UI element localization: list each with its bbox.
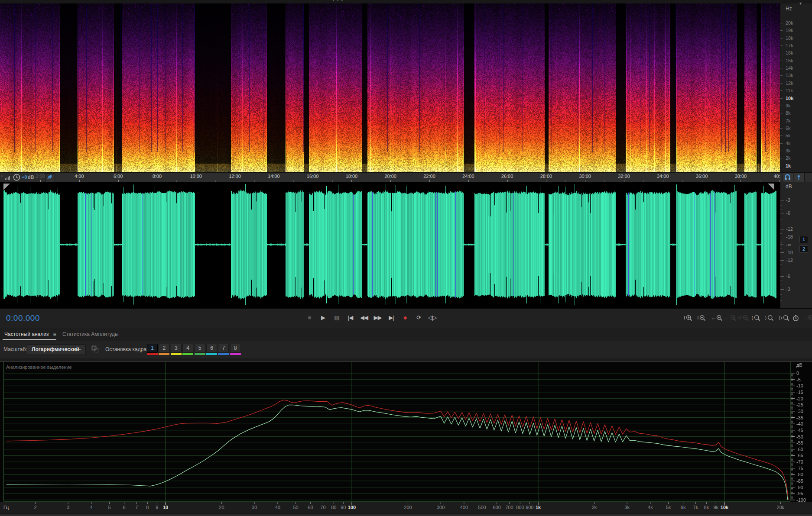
transport-bar: 0:00.000 ■▶▮▮|◀◀◀▶▶▶|●⟳◁|▷ ⅠⅠ↔↔↺⟨⟩⟨⟩Ⅰ [0, 308, 812, 329]
zoom-to-out-point-button[interactable]: ⟩ [765, 313, 774, 323]
hz-tick-mark [780, 61, 783, 61]
meter-db-value[interactable]: +0 [22, 174, 27, 180]
current-time-display[interactable]: 0:00.000 [6, 313, 40, 323]
panel-grip-icon[interactable]: ⁞⁞ [1, 174, 3, 178]
hold-color-swatch [206, 353, 217, 355]
frequency-axis: Hz ▾ 20k19k18k17k16k15k14k13k12k11k10k9k… [780, 3, 812, 172]
channel-badge-2[interactable]: 2 [799, 245, 808, 253]
db-tick-label: -18 [786, 250, 793, 255]
audio-editor-window: ▪ ▪ ▪ Hz ▾ 20k19k18k17k16k15k14k13k12k11… [0, 0, 812, 516]
zoom-reset-button[interactable]: ↺ [738, 313, 750, 323]
chart-x-label: 600 [493, 505, 500, 510]
db-tick [780, 229, 784, 229]
hz-tick-label: 8k [786, 110, 791, 116]
stop-button[interactable]: ■ [303, 312, 315, 323]
zoom-to-selection-button[interactable]: ⟨⟩ [778, 313, 790, 323]
chart-x-label: 7k [693, 505, 698, 510]
chart-x-label: 400 [460, 505, 468, 510]
zoom-out-vertical-button[interactable]: Ⅰ [697, 313, 706, 323]
hz-tick-label: 9k [786, 103, 791, 108]
chart-x-label: 1k [536, 505, 541, 510]
skip-selection-button[interactable]: ◁|▷ [426, 312, 438, 323]
hz-axis-title: Hz [786, 6, 792, 12]
hold-button-3[interactable]: 3 [171, 344, 182, 353]
scrollbar-handle-icon[interactable]: ▪ ▪ ▪ [333, 0, 344, 3]
tab-frequency-analysis[interactable]: Частотный анализ≡ [4, 331, 56, 337]
waveform-panel[interactable] [0, 182, 780, 308]
chart-x-label: 10 [163, 505, 168, 510]
hold-color-swatch [218, 353, 229, 355]
channel-badge-1[interactable]: 1 [799, 236, 808, 243]
tab-amplitude-statistics[interactable]: Статистика Амплитуды [62, 331, 119, 337]
timeline-labels: 2:004:006:008:0010:0012:0014:0016:0018:0… [0, 173, 780, 182]
hold-color-swatch [230, 353, 241, 355]
hold-button-2[interactable]: 2 [159, 344, 169, 353]
zoom-to-in-point-button[interactable]: ⟨ [751, 313, 761, 323]
playhead-timer-button[interactable] [792, 313, 799, 323]
chart-x-label: 500 [478, 505, 486, 510]
hold-button-7[interactable]: 7 [218, 344, 229, 353]
hz-tick-label: 13k [786, 73, 793, 78]
zoom-vertical-alt-button[interactable]: Ⅰ [806, 313, 812, 323]
hz-tick-mark [780, 83, 783, 84]
timeline-label: 12:00 [229, 174, 241, 179]
db-tick-label: -6 [786, 274, 790, 279]
marker-button[interactable] [794, 173, 805, 183]
timeline-ruler[interactable]: 2:004:006:008:0010:0012:0014:0016:0018:0… [0, 172, 812, 183]
selection-grip-right-icon[interactable] [768, 184, 774, 190]
db-tick-minor [780, 300, 782, 301]
hold-button-6[interactable]: 6 [206, 344, 217, 353]
chart-db-label: -10 [796, 383, 803, 388]
timeline-label: 20:00 [384, 174, 396, 179]
hold-button-1[interactable]: 1 [147, 344, 158, 353]
chart-x-label: 8k [704, 505, 709, 510]
chart-x-label: 2k [592, 505, 597, 510]
panel-menu-icon[interactable]: ≡ [53, 331, 56, 337]
hold-color-swatch [171, 353, 182, 355]
pin-icon [45, 174, 54, 181]
scale-select-value: Логарифмический [32, 346, 79, 352]
fast-forward-button[interactable]: ▶▶ [372, 312, 384, 323]
waveform-display[interactable] [3, 182, 776, 308]
zoom-in-vertical-button[interactable]: Ⅰ [684, 313, 693, 323]
play-button[interactable]: ▶ [317, 312, 329, 323]
hz-tick-label: 10k [786, 96, 793, 101]
hz-tick-label: 14k [786, 65, 793, 71]
skip-to-start-button[interactable]: |◀ [344, 312, 357, 323]
selection-grip-left-icon[interactable] [3, 184, 10, 190]
clock-icon[interactable] [13, 174, 20, 181]
tab-label: Статистика Амплитуды [62, 331, 119, 337]
chart-x-label: 70 [320, 505, 325, 510]
hz-tick-label: 7k [786, 118, 791, 123]
db-tick-minor [780, 294, 782, 295]
record-button[interactable]: ● [399, 312, 411, 323]
chevron-down-icon[interactable]: ▾ [799, 1, 802, 6]
zoom-in-horizontal-button[interactable]: ↔ [711, 313, 723, 323]
skip-to-end-button[interactable]: ▶| [385, 312, 397, 323]
chart-db-label: -95 [796, 491, 803, 496]
db-tick-label: -3 [786, 287, 790, 292]
hold-button-4[interactable]: 4 [182, 344, 193, 353]
timeline-label: 24:00 [462, 174, 474, 179]
hz-tick-label: 19k [786, 28, 793, 33]
pin-button[interactable] [45, 173, 55, 182]
hold-button-5[interactable]: 5 [195, 344, 205, 353]
db-tick-label: -6 [786, 210, 790, 216]
spectrogram-display[interactable] [0, 3, 780, 172]
scale-select[interactable]: Логарифмический ⌄ [27, 344, 86, 355]
chart-x-label: 4 [90, 505, 93, 510]
db-tick-minor [780, 270, 782, 270]
snap-toggle-button[interactable] [783, 173, 793, 183]
copy-snapshot-button[interactable] [91, 345, 100, 354]
zoom-out-horizontal-button[interactable]: ↔ [724, 313, 737, 323]
hold-button-8[interactable]: 8 [230, 344, 241, 353]
db-tick-minor [780, 225, 782, 225]
timeline-label: 10:00 [190, 174, 202, 179]
hz-tick-label: 16k [786, 50, 793, 55]
hz-tick-label: 1k [786, 163, 791, 168]
levels-icon[interactable] [5, 175, 11, 180]
hz-tick-label: 2k [786, 155, 791, 161]
rewind-button[interactable]: ◀◀ [358, 312, 370, 323]
pause-button[interactable]: ▮▮ [331, 312, 343, 323]
loop-playback-button[interactable]: ⟳ [412, 312, 425, 323]
